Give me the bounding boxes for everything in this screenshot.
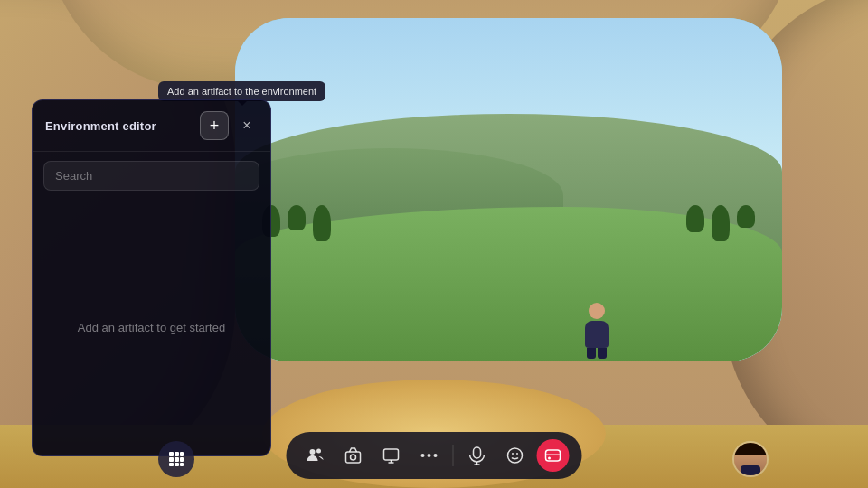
close-icon: × [242, 117, 250, 134]
svg-rect-5 [180, 457, 184, 462]
avatar-leg-left [587, 348, 596, 359]
svg-rect-6 [169, 463, 174, 466]
emoji-icon [506, 446, 524, 465]
search-input[interactable] [43, 161, 259, 191]
screen-share-icon [382, 446, 401, 465]
camera-icon [344, 446, 363, 465]
trees-left [262, 205, 331, 241]
svg-rect-0 [169, 452, 174, 456]
user-avatar-button[interactable] [732, 441, 769, 477]
tree [686, 205, 704, 232]
panel-header: Environment editor + × [33, 100, 270, 152]
svg-point-21 [512, 453, 514, 455]
avatar-hair [734, 443, 767, 455]
panel-empty-state: Add an artifact to get started [33, 200, 270, 455]
empty-state-text: Add an artifact to get started [78, 321, 225, 334]
screen-share-button[interactable] [375, 439, 408, 472]
people-icon [307, 446, 325, 465]
immersive-view-button[interactable] [537, 439, 570, 472]
svg-point-16 [434, 454, 438, 457]
grid-icon [168, 451, 184, 467]
svg-rect-11 [346, 452, 361, 463]
svg-rect-7 [175, 463, 179, 466]
bottom-toolbar [287, 432, 582, 479]
svg-rect-4 [175, 457, 179, 462]
svg-rect-23 [546, 450, 561, 461]
mic-button[interactable] [461, 439, 494, 472]
svg-rect-13 [384, 449, 399, 460]
tree [288, 205, 306, 230]
avatar-head [589, 303, 605, 319]
add-button-icon: + [210, 117, 220, 134]
grid-menu-button[interactable] [158, 441, 194, 477]
tree [313, 205, 331, 241]
svg-rect-1 [175, 452, 179, 456]
camera-button[interactable] [337, 439, 370, 472]
svg-point-14 [421, 454, 425, 457]
people-button[interactable] [299, 439, 332, 472]
add-artifact-button[interactable]: + [200, 111, 229, 140]
svg-rect-2 [180, 452, 184, 456]
view-icon [544, 446, 562, 465]
trees-right [686, 205, 755, 241]
search-container [33, 152, 270, 200]
svg-point-12 [351, 455, 356, 460]
svg-rect-8 [180, 463, 184, 466]
more-button[interactable] [413, 439, 446, 472]
toolbar-divider [453, 445, 454, 466]
panel-header-actions: + × [200, 111, 258, 140]
svg-point-24 [548, 457, 551, 460]
svg-rect-3 [169, 457, 174, 462]
svg-point-9 [310, 449, 316, 455]
tree [737, 205, 755, 228]
window-opening [235, 18, 782, 361]
environment-editor-panel: Environment editor + × Add an artifact t… [32, 99, 271, 456]
avatar-body [585, 321, 609, 348]
mic-icon [469, 446, 486, 465]
svg-point-20 [508, 448, 523, 463]
svg-point-10 [316, 449, 321, 454]
panel-title: Environment editor [45, 119, 156, 133]
svg-point-22 [516, 453, 518, 455]
emoji-button[interactable] [499, 439, 532, 472]
avatar-figure [579, 303, 615, 357]
avatar-leg-right [598, 348, 607, 359]
tree [712, 205, 730, 241]
avatar-legs [579, 348, 615, 359]
close-panel-button[interactable]: × [236, 115, 258, 136]
svg-rect-17 [474, 447, 481, 458]
more-icon [420, 454, 439, 457]
svg-point-15 [428, 454, 431, 457]
avatar-clothing [741, 465, 760, 475]
avatar-face [734, 443, 767, 475]
